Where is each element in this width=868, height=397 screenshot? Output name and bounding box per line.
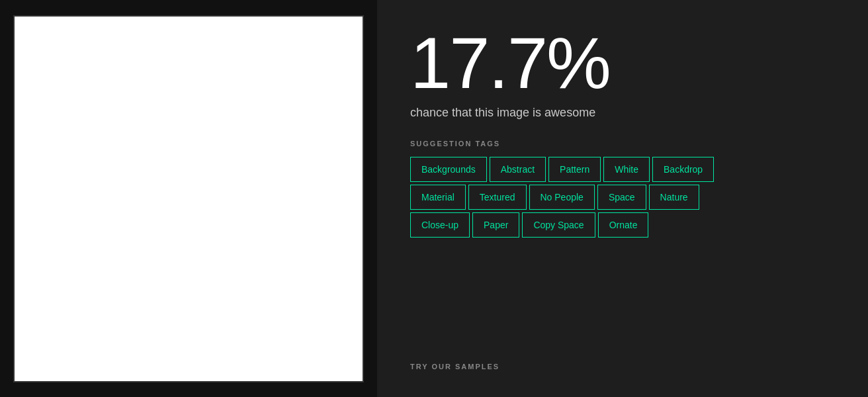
tags-row-1: Backgrounds Abstract Pattern White Backd… — [410, 157, 835, 182]
score-section: 17.7% chance that this image is awesome — [410, 26, 835, 120]
tag-textured[interactable]: Textured — [468, 185, 527, 210]
tag-nature[interactable]: Nature — [649, 185, 699, 210]
right-panel: 17.7% chance that this image is awesome … — [377, 0, 868, 397]
tag-space[interactable]: Space — [597, 185, 646, 210]
try-samples-label[interactable]: TRY OUR SAMPLES — [410, 363, 835, 371]
tag-backgrounds[interactable]: Backgrounds — [410, 157, 487, 182]
try-samples-section: TRY OUR SAMPLES — [410, 363, 835, 371]
suggestion-tags-label: SUGGESTION TAGS — [410, 140, 835, 148]
tag-white[interactable]: White — [603, 157, 650, 182]
left-panel — [0, 0, 377, 397]
tag-ornate[interactable]: Ornate — [598, 212, 649, 238]
tag-backdrop[interactable]: Backdrop — [652, 157, 714, 182]
tag-paper[interactable]: Paper — [472, 212, 519, 238]
tag-abstract[interactable]: Abstract — [490, 157, 546, 182]
tags-row-2: Material Textured No People Space Nature — [410, 185, 835, 210]
suggestion-section: SUGGESTION TAGS Backgrounds Abstract Pat… — [410, 140, 835, 238]
tag-close-up[interactable]: Close-up — [410, 212, 470, 238]
tag-material[interactable]: Material — [410, 185, 466, 210]
tags-grid: Backgrounds Abstract Pattern White Backd… — [410, 157, 835, 238]
tag-copy-space[interactable]: Copy Space — [522, 212, 595, 238]
tags-row-3: Close-up Paper Copy Space Ornate — [410, 212, 835, 238]
tag-no-people[interactable]: No People — [529, 185, 595, 210]
percentage-display: 17.7% — [410, 26, 835, 99]
image-preview[interactable] — [13, 15, 364, 382]
subtitle-text: chance that this image is awesome — [410, 106, 835, 120]
tag-pattern[interactable]: Pattern — [548, 157, 601, 182]
